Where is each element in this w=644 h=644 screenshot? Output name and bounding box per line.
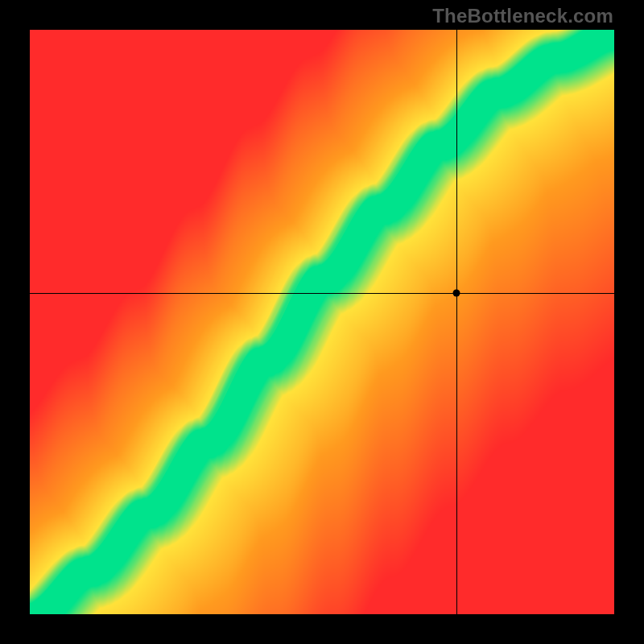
heatmap-canvas — [30, 30, 614, 614]
watermark: TheBottleneck.com — [432, 5, 613, 27]
crosshair-horizontal — [30, 293, 614, 294]
crosshair-vertical — [456, 30, 457, 614]
heatmap-plot — [30, 30, 614, 614]
chart-frame: TheBottleneck.com — [0, 0, 644, 644]
marker-dot — [452, 289, 460, 296]
